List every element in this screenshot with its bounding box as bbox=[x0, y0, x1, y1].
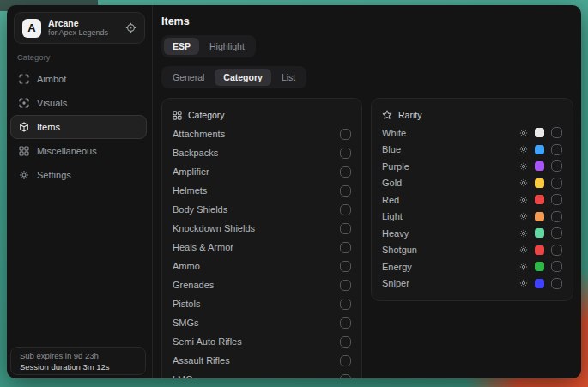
checkbox[interactable] bbox=[340, 166, 351, 178]
category-row-label: Helmets bbox=[173, 185, 207, 196]
color-swatch[interactable] bbox=[535, 212, 544, 221]
checkbox[interactable] bbox=[340, 185, 351, 197]
app-name: Arcane bbox=[48, 18, 108, 28]
checkbox[interactable] bbox=[551, 245, 562, 256]
rarity-row-purple: Purple bbox=[382, 158, 562, 175]
checkbox[interactable] bbox=[340, 317, 351, 329]
gear-icon[interactable] bbox=[519, 263, 528, 271]
checkbox[interactable] bbox=[340, 148, 351, 159]
app-logo: A bbox=[22, 19, 41, 38]
category-row-label: Amplifier bbox=[173, 166, 209, 177]
checkbox[interactable] bbox=[551, 127, 562, 138]
rarity-panel-header: Rarity bbox=[382, 106, 562, 124]
color-swatch[interactable] bbox=[535, 245, 544, 255]
category-row-label: Backpacks bbox=[173, 148, 218, 158]
checkbox[interactable] bbox=[551, 144, 562, 155]
sidebar-item-settings[interactable]: Settings bbox=[10, 163, 147, 187]
rarity-row-label: Sniper bbox=[382, 278, 409, 288]
mode-esp[interactable]: ESP bbox=[164, 38, 199, 55]
category-row-assault-rifles: Assault Rifles bbox=[173, 351, 351, 370]
mode-highlight[interactable]: Highlight bbox=[201, 38, 253, 55]
rarity-row-label: Purple bbox=[382, 161, 409, 172]
session-duration-text: Session duration 3m 12s bbox=[20, 362, 136, 372]
checkbox[interactable] bbox=[340, 299, 351, 310]
rarity-row-heavy: Heavy bbox=[382, 225, 562, 242]
color-swatch[interactable] bbox=[535, 195, 544, 204]
target-icon[interactable] bbox=[125, 22, 136, 33]
category-rows: AttachmentsBackpacksAmplifierHelmetsBody… bbox=[173, 124, 351, 378]
tab-category[interactable]: Category bbox=[215, 69, 271, 86]
sub-expiry-text: Sub expires in 9d 23h bbox=[20, 351, 136, 360]
rarity-row-label: Energy bbox=[382, 262, 412, 272]
checkbox[interactable] bbox=[551, 194, 562, 205]
sidebar: A Arcane for Apex Legends Category Aimbo… bbox=[7, 5, 153, 378]
category-row-semi-auto-rifles: Semi Auto Rifles bbox=[173, 332, 351, 351]
gear-icon[interactable] bbox=[519, 162, 528, 171]
gear-icon[interactable] bbox=[519, 145, 528, 154]
sidebar-item-items[interactable]: Items bbox=[10, 115, 147, 139]
checkbox[interactable] bbox=[340, 242, 351, 253]
gear-icon[interactable] bbox=[519, 229, 528, 238]
category-row-lmgs: LMGs bbox=[173, 370, 351, 378]
category-row-knockdown-shields: Knockdown Shields bbox=[173, 219, 351, 238]
gear-icon[interactable] bbox=[519, 129, 528, 137]
color-swatch[interactable] bbox=[535, 228, 544, 238]
gear-icon[interactable] bbox=[519, 279, 528, 287]
gear-icon[interactable] bbox=[519, 212, 528, 221]
checkbox[interactable] bbox=[340, 129, 351, 140]
checkbox[interactable] bbox=[340, 336, 351, 348]
view-tabs: GeneralCategoryList bbox=[161, 66, 306, 88]
color-swatch[interactable] bbox=[535, 161, 544, 171]
checkbox[interactable] bbox=[551, 160, 562, 172]
brand-card: A Arcane for Apex Legends bbox=[14, 12, 145, 44]
category-panel-title: Category bbox=[188, 110, 225, 120]
rarity-row-sniper: Sniper bbox=[382, 275, 562, 293]
tab-general[interactable]: General bbox=[164, 69, 213, 86]
category-row-label: Pistols bbox=[173, 299, 200, 309]
rarity-row-light: Light bbox=[382, 209, 562, 226]
sidebar-item-label: Settings bbox=[37, 170, 71, 180]
grid-icon bbox=[173, 111, 182, 120]
gear-icon[interactable] bbox=[519, 178, 528, 187]
checkbox[interactable] bbox=[551, 278, 562, 289]
star-icon bbox=[382, 110, 392, 120]
checkbox[interactable] bbox=[340, 374, 351, 379]
session-card: Sub expires in 9d 23h Session duration 3… bbox=[10, 347, 146, 375]
rarity-row-label: Shotgun bbox=[382, 245, 417, 255]
category-row-attachments: Attachments bbox=[173, 124, 351, 143]
gear-icon[interactable] bbox=[519, 196, 528, 204]
category-row-label: Semi Auto Rifles bbox=[173, 336, 242, 347]
tab-list[interactable]: List bbox=[273, 69, 304, 86]
esp-highlight-toggle: ESPHighlight bbox=[161, 35, 256, 57]
app-window: A Arcane for Apex Legends Category Aimbo… bbox=[7, 5, 581, 378]
rarity-row-label: Light bbox=[382, 211, 403, 221]
rarity-rows: WhiteBluePurpleGoldRedLightHeavyShotgunE… bbox=[382, 124, 562, 292]
checkbox[interactable] bbox=[551, 261, 562, 272]
rarity-row-energy: Energy bbox=[382, 258, 562, 275]
color-swatch[interactable] bbox=[535, 262, 544, 271]
checkbox[interactable] bbox=[340, 355, 351, 366]
checkbox[interactable] bbox=[340, 204, 351, 215]
page-title: Items bbox=[161, 15, 581, 27]
color-swatch[interactable] bbox=[535, 145, 544, 154]
color-swatch[interactable] bbox=[535, 279, 544, 288]
sidebar-item-miscellaneous[interactable]: Miscellaneous bbox=[10, 139, 147, 163]
category-row-smgs: SMGs bbox=[173, 313, 351, 332]
color-swatch[interactable] bbox=[535, 178, 544, 188]
category-row-label: LMGs bbox=[173, 374, 197, 378]
aimbot-crosshair-icon bbox=[19, 74, 29, 84]
visuals-scan-icon bbox=[19, 98, 29, 108]
rarity-row-red: Red bbox=[382, 191, 562, 209]
checkbox[interactable] bbox=[551, 178, 562, 189]
sidebar-item-visuals[interactable]: Visuals bbox=[10, 91, 147, 115]
gear-icon[interactable] bbox=[519, 245, 528, 254]
checkbox[interactable] bbox=[551, 211, 562, 222]
checkbox[interactable] bbox=[340, 223, 351, 234]
checkbox[interactable] bbox=[551, 227, 562, 239]
category-row-helmets: Helmets bbox=[173, 181, 351, 200]
color-swatch[interactable] bbox=[535, 128, 544, 137]
sidebar-item-aimbot[interactable]: Aimbot bbox=[10, 67, 147, 91]
category-row-pistols: Pistols bbox=[173, 294, 351, 313]
checkbox[interactable] bbox=[340, 261, 351, 272]
checkbox[interactable] bbox=[340, 280, 351, 291]
